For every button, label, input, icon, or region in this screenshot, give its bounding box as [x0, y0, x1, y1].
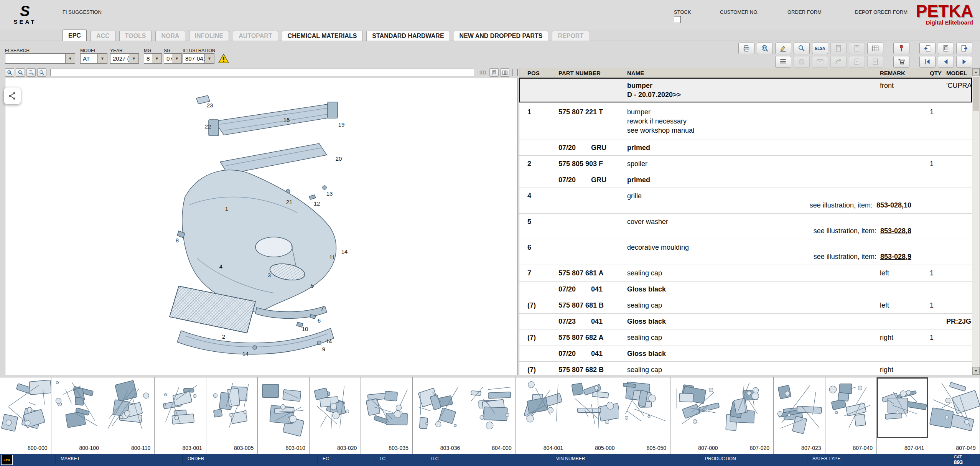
scroll-down-icon[interactable]: ▼ — [972, 367, 980, 375]
fi-search-dropdown-icon[interactable]: ▼ — [65, 54, 75, 63]
parts-row[interactable]: 07/20GRUprimed — [519, 140, 972, 156]
table-scrollbar[interactable]: ▲ ▼ — [972, 68, 980, 375]
lex-icon[interactable]: LEX — [1, 455, 13, 465]
illustration-thumbnail-803-020[interactable]: 803-020 — [310, 377, 361, 454]
mg-dropdown-icon[interactable]: ▼ — [152, 54, 161, 63]
illustration-thumbnail-805-050[interactable]: 805-050 — [619, 377, 670, 454]
zoom-out-icon[interactable] — [16, 68, 25, 77]
illustration-thumbnail-807-040[interactable]: 807-040 — [825, 377, 877, 454]
sg-select[interactable]: 07 ▼ — [164, 53, 182, 64]
nav-prev-icon[interactable] — [938, 56, 954, 68]
cart-icon[interactable] — [893, 56, 909, 68]
parts-row[interactable]: (7)575 807 681 Bsealing capleft1 — [519, 297, 972, 314]
nav-next-icon[interactable] — [956, 56, 972, 68]
callout-23[interactable]: 23 — [207, 102, 213, 109]
model-dropdown-icon[interactable]: ▼ — [97, 54, 107, 63]
status-item-tc[interactable]: TC — [379, 456, 385, 461]
callout-11[interactable]: 11 — [329, 254, 335, 260]
share-button[interactable] — [4, 87, 21, 104]
list-view-icon[interactable] — [775, 56, 791, 68]
illustration-select[interactable]: 807-041 ▼ — [183, 53, 214, 64]
illustration-thumbnail-803-001[interactable]: 803-001 — [155, 377, 206, 454]
callout-21[interactable]: 21 — [286, 199, 293, 205]
parts-row[interactable]: 4grillesee illustration, item:853-028,10 — [519, 188, 972, 214]
tab-standard-hardware[interactable]: STANDARD HARDWARE — [366, 31, 450, 41]
parts-row[interactable]: 6decorative mouldingsee illustration, it… — [519, 239, 972, 265]
status-item-order[interactable]: ORDER — [188, 456, 204, 461]
callout-5[interactable]: 5 — [311, 282, 314, 289]
illustration-thumbnail-800-110[interactable]: 800-110 — [103, 377, 155, 454]
fi-search-input[interactable]: ▼ — [5, 53, 75, 64]
callout-20[interactable]: 20 — [336, 155, 342, 162]
status-item-itc[interactable]: ITC — [431, 456, 438, 461]
parts-row[interactable]: 07/23041Gloss blackPR:2JG — [519, 314, 972, 329]
year-select[interactable]: 2027 (V) ▼ — [110, 53, 139, 64]
zoom-reset-icon[interactable] — [37, 68, 46, 77]
split-view-icon[interactable] — [500, 68, 509, 77]
year-dropdown-icon[interactable]: ▼ — [129, 54, 138, 63]
callout-10[interactable]: 10 — [302, 326, 308, 332]
illustration-thumbnail-803-035[interactable]: 803-035 — [361, 377, 412, 454]
illustration-overview-icon[interactable] — [938, 43, 954, 54]
callout-14[interactable]: 14 — [242, 351, 249, 357]
parts-row[interactable]: 1575 807 221 Tbumperrework if necessarys… — [519, 103, 972, 140]
illustration-forward-icon[interactable] — [956, 43, 972, 54]
print-icon[interactable] — [738, 43, 754, 54]
callout-4[interactable]: 4 — [219, 263, 222, 270]
parts-row[interactable]: (7)575 807 682 Asealing capright1 — [519, 329, 972, 346]
callout-15[interactable]: 15 — [283, 117, 290, 123]
illustration-thumbnail-807-041[interactable]: 807-041 — [877, 377, 928, 454]
parts-row[interactable]: 7575 807 681 Asealing capleft1 — [519, 265, 972, 282]
illustration-thumbnail-807-000[interactable]: 807-000 — [670, 377, 722, 454]
illustration-ref-link[interactable]: 853-028,8 — [880, 226, 911, 235]
zoom-select-icon[interactable] — [26, 68, 36, 77]
warning-icon[interactable] — [218, 53, 229, 64]
elsa-icon[interactable]: ELSA — [812, 43, 828, 54]
parts-row[interactable]: (7)575 807 682 Bsealing capright — [519, 362, 972, 375]
search-illustration-icon[interactable] — [794, 43, 810, 54]
parts-row[interactable]: 2575 805 903 Fspoiler1 — [519, 156, 972, 172]
callout-2[interactable]: 2 — [222, 333, 225, 340]
nav-first-icon[interactable] — [919, 56, 936, 68]
illustration-thumbnail-804-001[interactable]: 804-001 — [516, 377, 567, 454]
order-form-label[interactable]: ORDER FORM — [787, 9, 822, 15]
model-select[interactable]: AT ▼ — [80, 53, 107, 64]
zoom-in-icon[interactable] — [5, 68, 14, 77]
fit-page-icon[interactable] — [489, 68, 499, 77]
illustration-ref-link[interactable]: 853-028,9 — [880, 252, 911, 261]
parts-row[interactable]: 07/20GRUprimed — [519, 172, 972, 188]
callout-22[interactable]: 22 — [205, 123, 211, 130]
illustration-thumbnail-800-100[interactable]: 800-100 — [51, 377, 103, 454]
illustration-thumbnail-807-020[interactable]: 807-020 — [722, 377, 774, 454]
illustration-thumbnail-807-023[interactable]: 807-023 — [774, 377, 825, 454]
illustration-thumbnail-807-049[interactable]: 807-049 — [928, 377, 980, 454]
tab-chemical-materials[interactable]: CHEMICAL MATERIALS — [282, 31, 363, 41]
customer-no-label[interactable]: CUSTOMER NO. — [720, 9, 759, 15]
markup-icon[interactable] — [775, 43, 791, 54]
illustration-dropdown-icon[interactable]: ▼ — [204, 54, 214, 63]
illustration-ref-link[interactable]: 853-028,10 — [876, 201, 911, 210]
parts-row[interactable]: 5cover washersee illustration, item:853-… — [519, 214, 972, 239]
preview-icon[interactable] — [757, 43, 773, 54]
callout-12[interactable]: 12 — [314, 200, 320, 207]
status-item-ec[interactable]: EC — [323, 456, 329, 461]
callout-3[interactable]: 3 — [268, 272, 271, 278]
illustration-thumbnail-803-010[interactable]: 803-010 — [258, 377, 309, 454]
parts-row[interactable]: 07/20041Gloss black — [519, 346, 972, 362]
illustration-thumbnail-803-036[interactable]: 803-036 — [413, 377, 464, 454]
callout-13[interactable]: 13 — [326, 190, 333, 197]
callout-1[interactable]: 1 — [225, 205, 228, 212]
stock-checkbox[interactable] — [674, 16, 681, 23]
illustration-back-icon[interactable] — [919, 43, 936, 54]
depot-order-form-label[interactable]: DEPOT ORDER FORM — [855, 9, 908, 15]
callout-9[interactable]: 9 — [322, 346, 325, 352]
fi-suggestion-label[interactable]: FI SUGGESTION — [63, 9, 102, 15]
callout-19[interactable]: 19 — [338, 121, 345, 128]
callout-8[interactable]: 8 — [176, 237, 179, 244]
status-item-market[interactable]: MARKET — [61, 456, 80, 461]
callout-6[interactable]: 6 — [318, 317, 321, 324]
mg-select[interactable]: 8 ▼ — [144, 53, 162, 64]
status-item-vin-number[interactable]: VIN NUMBER — [556, 456, 585, 461]
callout-14[interactable]: 14 — [341, 248, 348, 255]
pin-icon[interactable] — [893, 43, 909, 54]
